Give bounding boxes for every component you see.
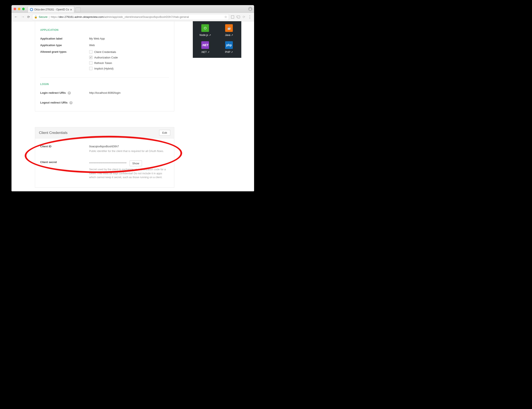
- client-id-row: Client ID 0oacqisv6qsvBoshD0h7 Public id…: [40, 143, 169, 155]
- secret-line: ****************************************…: [89, 161, 169, 166]
- separator: |: [49, 15, 49, 18]
- close-tab-icon[interactable]: [70, 9, 72, 10]
- client-secret-masked: ****************************************: [89, 162, 127, 164]
- login-section-heading: LOGIN: [40, 83, 169, 86]
- sync-icon[interactable]: ⟳: [243, 15, 245, 19]
- sdk-label: Java ↗: [225, 34, 233, 36]
- grant-type-option[interactable]: Implicit (Hybrid): [89, 67, 118, 70]
- browser-toolbar: ← → ⟳ 🔒 Secure | https://dev-279161-admi…: [11, 13, 254, 21]
- client-id-description: Public identifier for the client that is…: [89, 149, 169, 153]
- checkbox-icon[interactable]: [89, 61, 93, 65]
- bookmark-star-icon[interactable]: ☆: [224, 15, 227, 19]
- extension-icons: ⟳ ⋮: [231, 15, 252, 19]
- label-grant-types: Allowed grant types: [40, 50, 89, 53]
- sdk-link-net[interactable]: .NET.NET ↗: [201, 41, 209, 54]
- fullscreen-window-icon[interactable]: [22, 8, 25, 10]
- edit-button[interactable]: Edit: [159, 130, 170, 136]
- client-secret-value-block: ****************************************…: [89, 161, 169, 179]
- close-window-icon[interactable]: [14, 8, 16, 10]
- extension-icon[interactable]: [231, 16, 234, 18]
- general-settings-card: APPLICATION Application label My Web App…: [35, 21, 174, 111]
- profile-avatar-icon[interactable]: [248, 7, 252, 11]
- field-login-redirect: Login redirect URIs ? http://localhost:8…: [40, 90, 169, 96]
- help-icon[interactable]: ?: [69, 101, 73, 104]
- divider: [40, 77, 169, 78]
- grant-type-option[interactable]: Authorization Code: [89, 56, 118, 59]
- grant-type-label: Authorization Code: [94, 56, 118, 59]
- reload-button[interactable]: ⟳: [27, 15, 30, 19]
- external-link-icon: ↗: [231, 34, 233, 36]
- sdk-icon: .NET: [201, 41, 209, 49]
- forward-button[interactable]: →: [20, 15, 25, 19]
- client-id-value: 0oacqisv6qsvBoshD0h7: [89, 145, 169, 148]
- grant-type-option[interactable]: Client Credentials: [89, 50, 118, 54]
- application-section-heading: APPLICATION: [40, 28, 169, 31]
- grant-type-label: Implicit (Hybrid): [94, 67, 114, 70]
- sdk-icon: ⬡: [201, 24, 209, 32]
- field-grant-types: Allowed grant types Client CredentialsAu…: [40, 48, 169, 72]
- sdk-label: Node.js ↗: [200, 34, 211, 36]
- sdk-label: .NET ↗: [201, 51, 209, 54]
- sdk-label: PHP ↗: [225, 51, 233, 54]
- sdk-icon: ☕: [225, 24, 233, 32]
- external-link-icon: ↗: [208, 51, 209, 53]
- sdk-icon: php: [225, 41, 233, 49]
- minimize-window-icon[interactable]: [18, 8, 20, 10]
- sdk-link-java[interactable]: ☕Java ↗: [225, 24, 233, 36]
- url-text: https://dev-279161-admin.oktapreview.com…: [51, 15, 189, 18]
- label-login-redirect: Login redirect URIs ?: [40, 91, 89, 95]
- cast-icon[interactable]: [237, 16, 240, 18]
- field-application-type: Application type Web: [40, 42, 169, 48]
- browser-tab[interactable]: Okta-dev-279161 - OpenID Co: [28, 6, 74, 13]
- external-link-icon: ↗: [209, 34, 211, 36]
- checkbox-icon[interactable]: [89, 50, 93, 54]
- label-logout-redirect: Logout redirect URIs ?: [40, 101, 89, 104]
- okta-admin-page: APPLICATION Application label My Web App…: [11, 21, 254, 191]
- field-logout-redirect: Logout redirect URIs ?: [40, 99, 169, 106]
- lock-icon: 🔒: [34, 15, 38, 18]
- client-secret-description: Secret used by the client to exchange an…: [89, 167, 169, 179]
- value-application-type: Web: [89, 44, 95, 47]
- label-application-label: Application label: [40, 37, 89, 40]
- credentials-title: Client Credentials: [39, 131, 67, 135]
- browser-menu-icon[interactable]: ⋮: [248, 16, 252, 18]
- grant-type-label: Client Credentials: [94, 50, 116, 54]
- svg-point-0: [250, 8, 251, 9]
- grant-type-option[interactable]: Refresh Token: [89, 61, 118, 65]
- browser-window: Okta-dev-279161 - OpenID Co ← → ⟳ 🔒 Secu…: [11, 5, 254, 191]
- address-bar[interactable]: 🔒 Secure | https://dev-279161-admin.okta…: [32, 14, 229, 20]
- show-secret-button[interactable]: Show: [130, 161, 142, 166]
- sdk-link-nodejs[interactable]: ⬡Node.js ↗: [200, 24, 211, 36]
- value-login-redirect: http://localhost:8080/login: [89, 91, 120, 94]
- grant-type-label: Refresh Token: [94, 61, 112, 65]
- window-controls: [14, 8, 25, 10]
- grant-types-group: Client CredentialsAuthorization CodeRefr…: [89, 50, 118, 70]
- value-application-label: My Web App: [89, 37, 105, 40]
- external-link-icon: ↗: [231, 51, 233, 53]
- credentials-header: Client Credentials Edit: [35, 127, 174, 138]
- back-button[interactable]: ←: [14, 15, 18, 19]
- client-secret-label: Client secret: [40, 161, 89, 164]
- field-application-label: Application label My Web App: [40, 35, 169, 42]
- help-icon[interactable]: ?: [68, 91, 71, 95]
- client-id-label: Client ID: [40, 145, 89, 148]
- client-id-value-block: 0oacqisv6qsvBoshD0h7 Public identifier f…: [89, 145, 169, 153]
- secure-label: Secure: [39, 15, 48, 18]
- sdk-sidebar: ⬡Node.js ↗☕Java ↗.NET.NET ↗phpPHP ↗: [193, 21, 241, 58]
- sdk-link-php[interactable]: phpPHP ↗: [225, 41, 233, 54]
- client-secret-row: Client secret **************************…: [40, 159, 169, 181]
- credentials-body: Client ID 0oacqisv6qsvBoshD0h7 Public id…: [35, 138, 174, 188]
- page-viewport: APPLICATION Application label My Web App…: [11, 21, 254, 191]
- checkbox-icon[interactable]: [89, 56, 93, 59]
- label-application-type: Application type: [40, 44, 89, 47]
- okta-favicon-icon: [30, 8, 33, 11]
- tab-strip: Okta-dev-279161 - OpenID Co: [11, 5, 254, 13]
- client-credentials-card: Client Credentials Edit Client ID 0oacqi…: [35, 127, 174, 188]
- checkbox-icon[interactable]: [89, 67, 93, 70]
- new-tab-button[interactable]: [76, 8, 81, 12]
- tab-title: Okta-dev-279161 - OpenID Co: [34, 8, 69, 11]
